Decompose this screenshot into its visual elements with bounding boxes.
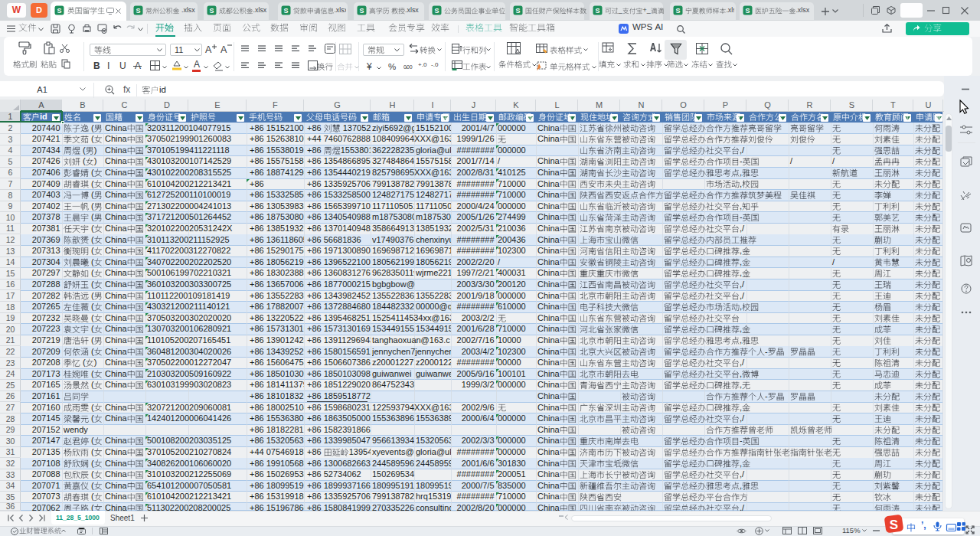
svg-text:S: S (57, 7, 61, 15)
svg-text:S: S (515, 7, 520, 15)
svg-text:S: S (283, 7, 288, 15)
svg-text:S: S (675, 7, 680, 15)
svg-text:S: S (359, 7, 364, 15)
svg-text:S: S (745, 7, 750, 15)
svg-text:S: S (595, 7, 599, 15)
svg-text:S: S (136, 7, 140, 15)
svg-text:S: S (434, 7, 439, 15)
svg-text:S: S (209, 7, 214, 15)
